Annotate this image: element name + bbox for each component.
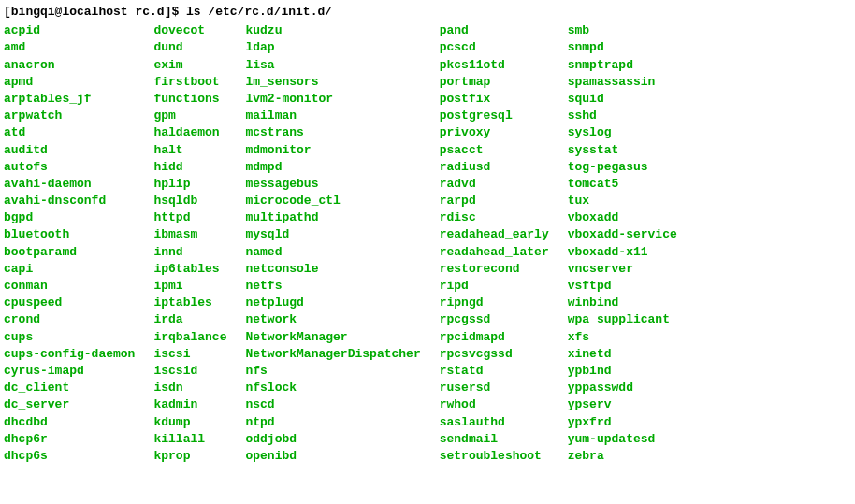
ls-entry: portmap [440,74,549,91]
ls-entry: cyrus-imapd [4,363,135,380]
ls-entry: multipathd [245,209,420,226]
ls-entry: mysqld [245,226,420,243]
ls-entry: ypxfrd [568,414,677,431]
ls-entry: syslog [568,124,677,141]
ls-entry: squid [568,91,677,108]
ls-entry: rpcgssd [440,311,549,328]
ls-entry: crond [4,311,135,328]
ls-entry: tog-pegasus [568,159,677,176]
ls-entry: iptables [153,295,226,311]
ls-entry: vboxadd [568,209,677,226]
ls-entry: readahead_early [440,226,549,243]
ls-entry: rarpd [440,193,549,209]
ls-entry: sysstat [568,142,677,159]
ls-entry: mdmpd [245,159,420,176]
ls-entry: exim [153,57,226,74]
ls-entry: haldaemon [153,124,226,141]
ls-entry: acpid [4,22,135,39]
ls-entry: oddjobd [245,431,420,448]
ls-entry: network [245,311,420,328]
ls-entry: snmptrapd [568,57,677,74]
ls-entry: setroubleshoot [440,448,549,465]
ls-entry: bgpd [4,209,135,226]
ls-entry: vboxadd-service [568,226,677,243]
shell-prompt: [bingqi@localhost rc.d]$ ls /etc/rc.d/in… [4,4,855,21]
ls-entry: iscsi [153,346,226,363]
ls-entry: hidd [153,159,226,176]
ls-entry: pkcs11otd [440,57,549,74]
ls-entry: rdisc [440,209,549,226]
ls-entry: ipmi [153,278,226,295]
ls-entry: dc_client [4,380,135,396]
ls-entry: httpd [153,209,226,226]
ls-entry: ypserv [568,396,677,413]
ls-entry: avahi-daemon [4,176,135,193]
ls-column: pandpcscdpkcs11otdportmappostfixpostgres… [440,22,549,465]
ls-entry: iscsid [153,363,226,380]
ls-column: kudzuldaplisalm_sensorslvm2-monitormailm… [245,22,420,465]
ls-entry: ypbind [568,363,677,380]
ls-entry: smb [568,22,677,39]
ls-entry: bluetooth [4,226,135,243]
ls-entry: arptables_jf [4,91,135,108]
ls-entry: cups-config-daemon [4,346,135,363]
ls-column: smbsnmpdsnmptrapdspamassassinsquidsshdsy… [568,22,677,465]
ls-entry: mdmonitor [245,142,420,159]
ls-entry: dhcp6s [4,448,135,465]
ls-entry: postfix [440,91,549,108]
ls-entry: vsftpd [568,278,677,295]
ls-entry: killall [153,431,226,448]
ls-entry: openibd [245,448,420,465]
ls-entry: rwhod [440,396,549,413]
ls-entry: pcscd [440,39,549,56]
ls-entry: ripngd [440,295,549,311]
ls-entry: spamassassin [568,74,677,91]
ls-entry: restorecond [440,261,549,278]
ls-entry: isdn [153,380,226,396]
ls-entry: nscd [245,396,420,413]
ls-entry: capi [4,261,135,278]
ls-entry: firstboot [153,74,226,91]
ls-entry: kadmin [153,396,226,413]
ls-entry: irda [153,311,226,328]
ls-column: dovecotdundeximfirstbootfunctionsgpmhald… [153,22,226,465]
ls-entry: psacct [440,142,549,159]
ls-entry: tux [568,193,677,209]
ls-entry: rstatd [440,363,549,380]
ls-entry: netconsole [245,261,420,278]
ls-entry: postgresql [440,108,549,124]
ls-entry: dc_server [4,396,135,413]
ls-column: acpidamdanacronapmdarptables_jfarpwatcha… [4,22,135,465]
ls-entry: pand [440,22,549,39]
ls-entry: nfs [245,363,420,380]
ls-entry: sshd [568,108,677,124]
ls-entry: arpwatch [4,108,135,124]
ls-output: acpidamdanacronapmdarptables_jfarpwatcha… [4,22,855,465]
ls-entry: innd [153,244,226,261]
ls-entry: ntpd [245,414,420,431]
ls-entry: xinetd [568,346,677,363]
ls-entry: conman [4,278,135,295]
ls-entry: nfslock [245,380,420,396]
ls-entry: vncserver [568,261,677,278]
ls-entry: lm_sensors [245,74,420,91]
ls-entry: snmpd [568,39,677,56]
ls-entry: cups [4,329,135,346]
ls-entry: ripd [440,278,549,295]
ls-entry: atd [4,124,135,141]
ls-entry: autofs [4,159,135,176]
ls-entry: dovecot [153,22,226,39]
ls-entry: lvm2-monitor [245,91,420,108]
ls-entry: yum-updatesd [568,431,677,448]
ls-entry: dhcp6r [4,431,135,448]
ls-entry: kprop [153,448,226,465]
ls-entry: privoxy [440,124,549,141]
ls-entry: microcode_ctl [245,193,420,209]
ls-entry: NetworkManagerDispatcher [245,346,420,363]
ls-entry: auditd [4,142,135,159]
ls-entry: wpa_supplicant [568,311,677,328]
ls-entry: anacron [4,57,135,74]
ls-entry: radvd [440,176,549,193]
ls-entry: radiusd [440,159,549,176]
ls-entry: dund [153,39,226,56]
